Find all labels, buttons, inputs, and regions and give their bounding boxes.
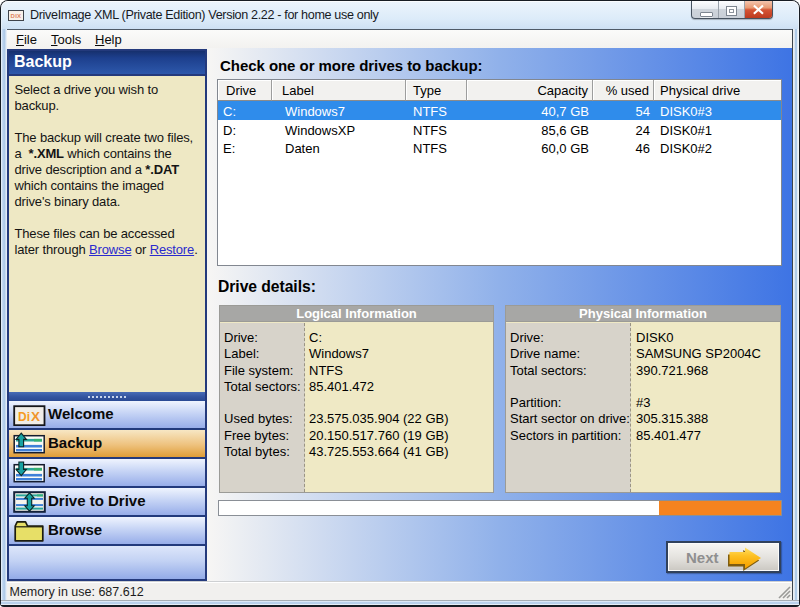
svg-text:Di: Di [18,410,30,424]
svg-text:X: X [31,409,40,424]
